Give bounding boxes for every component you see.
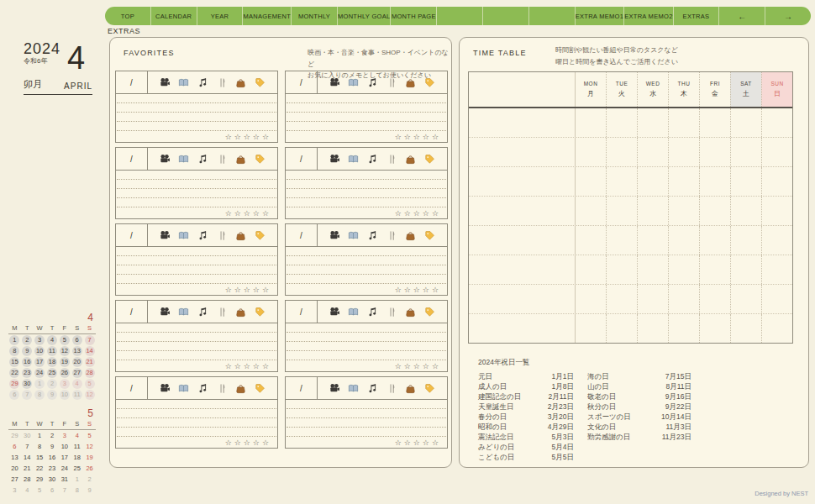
timetable-time-cell[interactable] — [469, 285, 575, 313]
date-cell[interactable]: 26 — [83, 463, 96, 474]
memo-line[interactable] — [117, 418, 276, 428]
music-notes-icon[interactable] — [367, 230, 378, 241]
memo-line[interactable] — [117, 247, 276, 256]
timetable-cell[interactable] — [575, 285, 606, 313]
date-cell[interactable]: 11 — [46, 345, 59, 356]
memo-line[interactable] — [117, 400, 276, 409]
date-cell[interactable]: 11 — [71, 441, 83, 452]
date-slash-field[interactable]: / — [116, 301, 148, 323]
star-rating[interactable]: ☆☆☆☆☆ — [225, 209, 271, 218]
date-cell[interactable]: 15 — [8, 356, 21, 367]
timetable-cell[interactable] — [637, 167, 668, 196]
timetable-cell[interactable] — [637, 285, 668, 313]
movie-camera-icon[interactable] — [160, 77, 171, 88]
book-icon[interactable] — [348, 383, 359, 394]
date-slash-field[interactable]: / — [116, 377, 148, 399]
star-rating[interactable]: ☆☆☆☆☆ — [395, 133, 441, 141]
nav-tab-month-page[interactable]: MONTH PAGE — [390, 7, 436, 25]
date-slash-field[interactable]: / — [116, 148, 148, 170]
timetable-cell[interactable] — [637, 226, 668, 255]
nav-tab-extras[interactable]: EXTRAS — [673, 7, 719, 25]
date-cell[interactable]: 12 — [83, 389, 96, 400]
date-cell[interactable]: 1 — [34, 378, 46, 389]
timetable-cell[interactable] — [575, 167, 606, 196]
fork-knife-icon[interactable] — [386, 154, 397, 165]
music-notes-icon[interactable] — [367, 154, 378, 165]
memo-line[interactable] — [287, 198, 446, 207]
date-cell[interactable]: 25 — [71, 463, 83, 474]
timetable-cell[interactable] — [699, 197, 730, 225]
timetable-cell[interactable] — [668, 167, 699, 196]
nav-tab-management[interactable]: MANAGEMENT — [242, 7, 291, 25]
timetable-cell[interactable] — [761, 108, 792, 137]
date-cell[interactable]: 1 — [8, 334, 21, 345]
date-cell[interactable]: 5 — [34, 485, 46, 496]
memo-line[interactable] — [287, 113, 446, 122]
date-cell[interactable]: 7 — [58, 485, 71, 496]
book-icon[interactable] — [178, 307, 189, 318]
date-cell[interactable]: 16 — [21, 356, 34, 367]
book-icon[interactable] — [178, 77, 189, 88]
book-icon[interactable] — [178, 383, 189, 394]
movie-camera-icon[interactable] — [160, 230, 171, 241]
date-cell[interactable]: 24 — [58, 463, 71, 474]
timetable-cell[interactable] — [606, 197, 637, 225]
date-cell[interactable]: 2 — [46, 430, 59, 441]
date-cell[interactable]: 5 — [58, 334, 71, 345]
fork-knife-icon[interactable] — [386, 77, 397, 88]
handbag-icon[interactable] — [405, 383, 416, 394]
date-cell[interactable]: 13 — [71, 345, 83, 356]
memo-line[interactable] — [287, 418, 446, 428]
memo-line[interactable] — [117, 275, 276, 284]
date-cell[interactable]: 28 — [83, 367, 96, 378]
music-notes-icon[interactable] — [367, 307, 378, 318]
date-cell[interactable]: 27 — [71, 367, 83, 378]
date-cell[interactable]: 4 — [71, 378, 83, 389]
date-slash-field[interactable]: / — [286, 71, 318, 93]
timetable-cell[interactable] — [699, 138, 730, 166]
date-cell[interactable]: 5 — [83, 430, 96, 441]
date-cell[interactable]: 2 — [83, 474, 96, 485]
memo-line[interactable] — [117, 113, 276, 122]
timetable-cell[interactable] — [575, 255, 606, 284]
date-slash-field[interactable]: / — [116, 71, 148, 93]
tag-icon[interactable] — [255, 77, 266, 88]
tag-icon[interactable] — [255, 307, 266, 318]
date-cell[interactable]: 6 — [8, 441, 21, 452]
memo-area[interactable] — [117, 171, 276, 207]
date-slash-field[interactable]: / — [116, 224, 148, 246]
movie-camera-icon[interactable] — [160, 307, 171, 318]
date-cell[interactable]: 10 — [58, 441, 71, 452]
memo-area[interactable] — [117, 247, 276, 284]
star-rating[interactable]: ☆☆☆☆☆ — [395, 286, 441, 294]
book-icon[interactable] — [348, 154, 359, 165]
date-cell[interactable]: 6 — [71, 334, 83, 345]
date-cell[interactable]: 31 — [58, 474, 71, 485]
nav-arrow-right-icon[interactable]: → — [765, 7, 811, 25]
fork-knife-icon[interactable] — [386, 307, 397, 318]
date-cell[interactable]: 18 — [71, 452, 83, 463]
memo-line[interactable] — [117, 351, 276, 360]
tag-icon[interactable] — [255, 154, 266, 165]
star-rating[interactable]: ☆☆☆☆☆ — [225, 438, 271, 447]
date-cell[interactable]: 4 — [71, 430, 83, 441]
handbag-icon[interactable] — [405, 77, 416, 88]
date-cell[interactable]: 19 — [58, 356, 71, 367]
memo-line[interactable] — [287, 342, 446, 351]
date-cell[interactable]: 21 — [21, 463, 34, 474]
timetable-cell[interactable] — [730, 167, 761, 196]
star-rating[interactable]: ☆☆☆☆☆ — [395, 209, 441, 218]
timetable-cell[interactable] — [575, 138, 606, 166]
memo-area[interactable] — [287, 94, 446, 131]
date-cell[interactable]: 30 — [21, 378, 34, 389]
timetable-cell[interactable] — [699, 314, 730, 343]
date-cell[interactable]: 4 — [21, 485, 34, 496]
date-cell[interactable]: 3 — [58, 378, 71, 389]
date-cell[interactable]: 17 — [58, 452, 71, 463]
timetable-time-cell[interactable] — [469, 314, 575, 343]
timetable-cell[interactable] — [606, 226, 637, 255]
music-notes-icon[interactable] — [367, 383, 378, 394]
timetable-cell[interactable] — [730, 108, 761, 137]
memo-area[interactable] — [117, 323, 276, 360]
book-icon[interactable] — [348, 230, 359, 241]
